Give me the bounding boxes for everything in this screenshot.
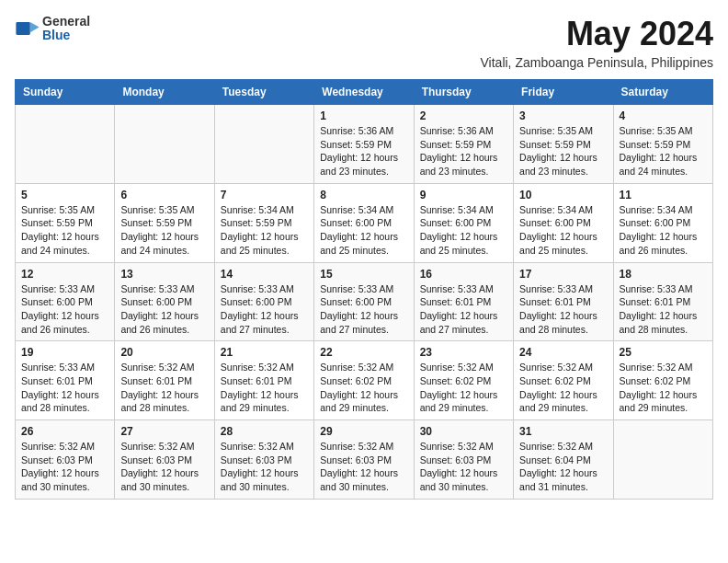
svg-marker-1 [30,22,40,32]
day-number: 24 [519,346,607,359]
day-info: Sunrise: 5:32 AM Sunset: 6:01 PM Dayligh… [120,361,208,415]
day-number: 12 [21,268,108,281]
day-number: 5 [21,189,108,201]
calendar-week-row: 12Sunrise: 5:33 AM Sunset: 6:00 PM Dayli… [16,262,713,341]
day-info: Sunrise: 5:32 AM Sunset: 6:04 PM Dayligh… [519,440,607,494]
day-number: 9 [420,189,507,201]
day-info: Sunrise: 5:32 AM Sunset: 6:02 PM Dayligh… [320,361,407,415]
day-number: 8 [320,189,407,201]
calendar-table: SundayMondayTuesdayWednesdayThursdayFrid… [15,79,713,500]
day-info: Sunrise: 5:33 AM Sunset: 6:01 PM Dayligh… [519,282,607,337]
calendar-day-cell: 13Sunrise: 5:33 AM Sunset: 6:00 PM Dayli… [115,262,214,341]
day-info: Sunrise: 5:32 AM Sunset: 6:03 PM Dayligh… [120,440,208,494]
logo-blue-text: Blue [42,29,90,42]
calendar-week-row: 1Sunrise: 5:36 AM Sunset: 5:59 PM Daylig… [16,105,713,184]
day-info: Sunrise: 5:33 AM Sunset: 6:01 PM Dayligh… [21,361,108,415]
day-info: Sunrise: 5:34 AM Sunset: 6:00 PM Dayligh… [420,203,507,258]
day-number: 30 [420,425,507,438]
day-info: Sunrise: 5:33 AM Sunset: 6:01 PM Dayligh… [620,282,707,337]
calendar-week-row: 26Sunrise: 5:32 AM Sunset: 6:03 PM Dayli… [16,420,713,500]
day-number: 4 [620,109,707,122]
day-info: Sunrise: 5:33 AM Sunset: 6:00 PM Dayligh… [221,282,308,337]
calendar-day-cell: 3Sunrise: 5:35 AM Sunset: 5:59 PM Daylig… [514,105,613,184]
day-info: Sunrise: 5:36 AM Sunset: 5:59 PM Dayligh… [420,124,507,178]
calendar-day-cell: 16Sunrise: 5:33 AM Sunset: 6:01 PM Dayli… [414,262,513,341]
calendar-day-cell: 12Sunrise: 5:33 AM Sunset: 6:00 PM Dayli… [16,262,115,341]
day-number: 17 [519,268,607,281]
day-info: Sunrise: 5:34 AM Sunset: 6:00 PM Dayligh… [519,203,607,258]
calendar-day-cell: 17Sunrise: 5:33 AM Sunset: 6:01 PM Dayli… [514,262,613,341]
day-info: Sunrise: 5:35 AM Sunset: 5:59 PM Dayligh… [519,124,607,178]
day-info: Sunrise: 5:32 AM Sunset: 6:03 PM Dayligh… [320,440,407,494]
calendar-day-cell: 20Sunrise: 5:32 AM Sunset: 6:01 PM Dayli… [115,341,214,420]
day-number: 31 [519,425,607,438]
logo-icon [15,16,40,41]
day-number: 23 [420,346,507,359]
day-number: 22 [320,346,407,359]
calendar-day-cell: 15Sunrise: 5:33 AM Sunset: 6:00 PM Dayli… [314,262,414,341]
calendar-day-cell: 8Sunrise: 5:34 AM Sunset: 6:00 PM Daylig… [314,183,414,262]
calendar-day-cell: 2Sunrise: 5:36 AM Sunset: 5:59 PM Daylig… [414,105,513,184]
logo-text: General Blue [42,15,90,43]
calendar-day-cell: 22Sunrise: 5:32 AM Sunset: 6:02 PM Dayli… [314,341,414,420]
calendar-day-cell [16,105,115,184]
calendar-day-cell: 19Sunrise: 5:33 AM Sunset: 6:01 PM Dayli… [16,341,115,420]
day-number: 29 [320,425,407,438]
logo-general-text: General [42,15,90,29]
weekday-header: Wednesday [314,80,414,105]
svg-rect-0 [16,22,29,35]
calendar-day-cell: 7Sunrise: 5:34 AM Sunset: 5:59 PM Daylig… [214,183,313,262]
day-info: Sunrise: 5:32 AM Sunset: 6:03 PM Dayligh… [420,440,507,494]
day-number: 7 [221,189,308,201]
weekday-row: SundayMondayTuesdayWednesdayThursdayFrid… [16,80,713,105]
calendar-header: SundayMondayTuesdayWednesdayThursdayFrid… [16,80,713,105]
calendar-day-cell: 18Sunrise: 5:33 AM Sunset: 6:01 PM Dayli… [613,262,712,341]
calendar-day-cell: 31Sunrise: 5:32 AM Sunset: 6:04 PM Dayli… [514,420,613,500]
day-number: 3 [519,109,607,122]
day-info: Sunrise: 5:33 AM Sunset: 6:00 PM Dayligh… [320,282,407,337]
day-info: Sunrise: 5:33 AM Sunset: 6:00 PM Dayligh… [120,282,208,337]
day-number: 6 [120,189,208,201]
day-number: 25 [620,346,707,359]
day-info: Sunrise: 5:33 AM Sunset: 6:01 PM Dayligh… [420,282,507,337]
day-number: 18 [620,268,707,281]
day-number: 21 [221,346,308,359]
calendar-day-cell: 1Sunrise: 5:36 AM Sunset: 5:59 PM Daylig… [314,105,414,184]
calendar-subtitle: Vitali, Zamboanga Peninsula, Philippines [481,55,713,70]
day-info: Sunrise: 5:32 AM Sunset: 6:01 PM Dayligh… [221,361,308,415]
day-number: 27 [120,425,208,438]
day-number: 1 [320,109,407,122]
calendar-body: 1Sunrise: 5:36 AM Sunset: 5:59 PM Daylig… [16,105,713,500]
calendar-day-cell: 11Sunrise: 5:34 AM Sunset: 6:00 PM Dayli… [613,183,712,262]
day-info: Sunrise: 5:32 AM Sunset: 6:03 PM Dayligh… [21,440,108,494]
day-number: 19 [21,346,108,359]
day-number: 28 [221,425,308,438]
calendar-day-cell: 6Sunrise: 5:35 AM Sunset: 5:59 PM Daylig… [115,183,214,262]
day-info: Sunrise: 5:32 AM Sunset: 6:03 PM Dayligh… [221,440,308,494]
weekday-header: Thursday [414,80,513,105]
day-number: 26 [21,425,108,438]
weekday-header: Tuesday [214,80,313,105]
day-number: 14 [221,268,308,281]
day-number: 11 [620,189,707,201]
calendar-day-cell: 26Sunrise: 5:32 AM Sunset: 6:03 PM Dayli… [16,420,115,500]
calendar-week-row: 19Sunrise: 5:33 AM Sunset: 6:01 PM Dayli… [16,341,713,420]
calendar-day-cell: 5Sunrise: 5:35 AM Sunset: 5:59 PM Daylig… [16,183,115,262]
weekday-header: Monday [115,80,214,105]
day-number: 13 [120,268,208,281]
weekday-header: Saturday [613,80,712,105]
day-number: 10 [519,189,607,201]
day-info: Sunrise: 5:34 AM Sunset: 5:59 PM Dayligh… [221,203,308,258]
calendar-day-cell: 24Sunrise: 5:32 AM Sunset: 6:02 PM Dayli… [514,341,613,420]
day-info: Sunrise: 5:33 AM Sunset: 6:00 PM Dayligh… [21,282,108,337]
calendar-day-cell: 30Sunrise: 5:32 AM Sunset: 6:03 PM Dayli… [414,420,513,500]
day-info: Sunrise: 5:35 AM Sunset: 5:59 PM Dayligh… [21,203,108,258]
weekday-header: Sunday [16,80,115,105]
day-number: 15 [320,268,407,281]
day-number: 20 [120,346,208,359]
day-info: Sunrise: 5:35 AM Sunset: 5:59 PM Dayligh… [120,203,208,258]
calendar-day-cell: 14Sunrise: 5:33 AM Sunset: 6:00 PM Dayli… [214,262,313,341]
day-info: Sunrise: 5:34 AM Sunset: 6:00 PM Dayligh… [620,203,707,258]
calendar-day-cell [115,105,214,184]
day-info: Sunrise: 5:35 AM Sunset: 5:59 PM Dayligh… [620,124,707,178]
